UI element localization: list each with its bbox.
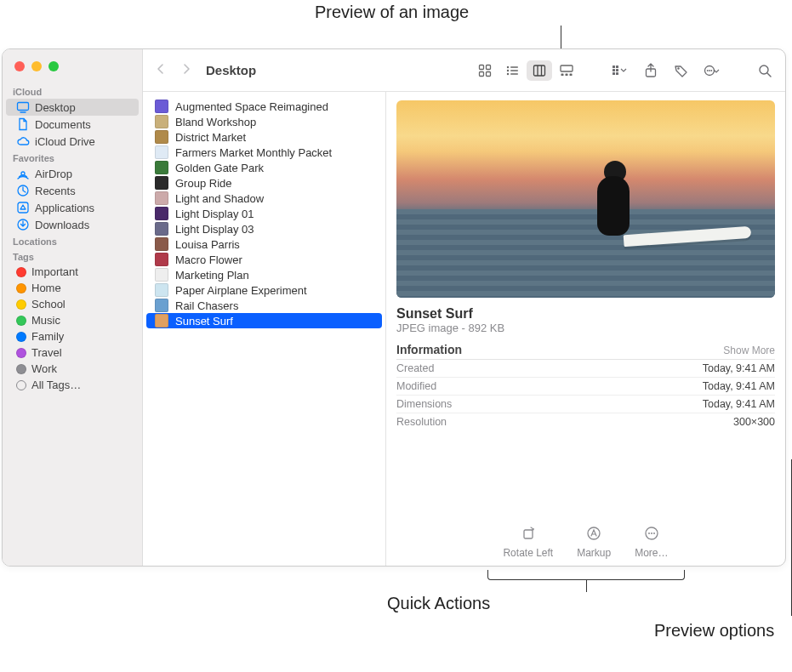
- sidebar-item[interactable]: iCloud Drive: [6, 133, 139, 150]
- sidebar-heading: Tags: [3, 248, 142, 264]
- sidebar-item-label: Downloads: [35, 219, 89, 231]
- quick-actions-row: Rotate LeftMarkupMore…: [396, 499, 775, 559]
- file-name-label: Paper Airplane Experiment: [175, 284, 307, 297]
- close-button[interactable]: [14, 61, 25, 71]
- info-value: Today, 9:41 AM: [703, 362, 775, 374]
- tag-dot-icon: [16, 283, 26, 293]
- sidebar-item[interactable]: Applications: [6, 199, 139, 216]
- sidebar-item-label: Home: [31, 282, 61, 294]
- info-value: 300×300: [733, 416, 775, 428]
- show-more-button[interactable]: Show More: [723, 345, 775, 356]
- quick-action-more[interactable]: More…: [635, 523, 668, 559]
- file-thumbnail-icon: [155, 237, 168, 251]
- file-row[interactable]: Farmers Market Monthly Packet: [146, 145, 382, 160]
- file-thumbnail-icon: [155, 268, 168, 282]
- sidebar-item-label: Important: [31, 265, 78, 278]
- svg-rect-13: [510, 70, 518, 71]
- svg-rect-27: [613, 72, 615, 75]
- file-row[interactable]: Macro Flower: [146, 252, 382, 267]
- file-name-label: Bland Workshop: [175, 116, 256, 128]
- file-row[interactable]: Light Display 01: [146, 206, 382, 221]
- quick-action-label: More…: [635, 547, 668, 559]
- sidebar-item[interactable]: AirDrop: [6, 165, 139, 182]
- file-row[interactable]: Augmented Space Reimagined: [146, 99, 382, 114]
- file-name-label: Macro Flower: [175, 253, 242, 266]
- file-row[interactable]: Light and Shadow: [146, 191, 382, 206]
- quick-action-markup[interactable]: Markup: [577, 523, 611, 559]
- sidebar-item-label: iCloud Drive: [35, 135, 95, 148]
- file-name-label: Light Display 01: [175, 208, 254, 220]
- sidebar-item[interactable]: Home: [6, 280, 139, 296]
- file-name-label: Augmented Space Reimagined: [175, 100, 328, 113]
- svg-rect-15: [510, 73, 518, 74]
- svg-rect-4: [18, 202, 28, 213]
- file-thumbnail-icon: [155, 161, 168, 174]
- sidebar-item[interactable]: Downloads: [6, 216, 139, 233]
- sidebar-item[interactable]: Recents: [6, 182, 139, 199]
- tags-button[interactable]: [669, 60, 693, 81]
- more-button[interactable]: [700, 60, 724, 81]
- file-thumbnail-icon: [155, 207, 168, 220]
- svg-point-35: [760, 65, 768, 74]
- sidebar-heading: iCloud: [3, 83, 142, 99]
- callout-quick-actions: Quick Actions: [387, 594, 490, 613]
- sidebar-item[interactable]: Travel: [6, 345, 139, 361]
- file-thumbnail-icon: [155, 299, 168, 312]
- airdrop-icon: [16, 167, 30, 180]
- breadcrumb-title: Desktop: [206, 63, 256, 77]
- view-columns-button[interactable]: [527, 60, 552, 81]
- sidebar-item-label: Documents: [35, 118, 91, 131]
- file-row[interactable]: Sunset Surf: [146, 313, 382, 328]
- file-row[interactable]: Marketing Plan: [146, 267, 382, 282]
- view-list-button[interactable]: [499, 60, 525, 81]
- search-button[interactable]: [753, 60, 777, 81]
- file-row[interactable]: Group Ride: [146, 175, 382, 191]
- sidebar-item[interactable]: Family: [6, 328, 139, 345]
- sidebar-item[interactable]: Desktop: [6, 99, 139, 116]
- sidebar-item-label: Travel: [31, 346, 62, 359]
- sidebar-item-label: Desktop: [35, 101, 76, 114]
- svg-rect-21: [566, 73, 568, 76]
- svg-rect-23: [613, 65, 615, 68]
- sidebar-item-label: Family: [31, 330, 64, 343]
- file-row[interactable]: Louisa Parris: [146, 236, 382, 252]
- file-row[interactable]: Light Display 03: [146, 221, 382, 236]
- file-row[interactable]: Rail Chasers: [146, 298, 382, 313]
- callout-bracket: [487, 570, 685, 580]
- share-button[interactable]: [639, 60, 663, 81]
- desktop-icon: [16, 100, 30, 114]
- info-row: ModifiedToday, 9:41 AM: [396, 378, 775, 396]
- view-gallery-button[interactable]: [554, 60, 579, 81]
- cloud-icon: [16, 134, 30, 148]
- svg-rect-8: [480, 71, 484, 76]
- sidebar-item[interactable]: Documents: [6, 116, 139, 133]
- sidebar-item[interactable]: All Tags…: [6, 377, 139, 393]
- minimize-button[interactable]: [31, 61, 42, 71]
- svg-rect-6: [480, 65, 484, 69]
- file-name-label: District Market: [175, 131, 246, 144]
- file-row[interactable]: Golden Gate Park: [146, 160, 382, 175]
- sidebar-item[interactable]: School: [6, 296, 139, 312]
- svg-rect-0: [18, 103, 29, 111]
- sidebar-item-label: Work: [31, 362, 57, 375]
- file-name-label: Light Display 03: [175, 223, 254, 236]
- view-icons-button[interactable]: [472, 60, 498, 81]
- sidebar-item[interactable]: Work: [6, 361, 139, 377]
- file-row[interactable]: Bland Workshop: [146, 114, 382, 129]
- back-button[interactable]: [151, 60, 170, 81]
- svg-rect-26: [616, 69, 618, 71]
- sidebar-item[interactable]: Music: [6, 312, 139, 328]
- file-name-label: Marketing Plan: [175, 269, 249, 282]
- group-button[interactable]: [608, 60, 632, 81]
- finder-window: iCloudDesktopDocumentsiCloud DriveFavori…: [2, 48, 786, 567]
- info-key: Created: [396, 362, 434, 374]
- forward-button[interactable]: [177, 60, 196, 81]
- sidebar-item[interactable]: Important: [6, 264, 139, 280]
- file-row[interactable]: Paper Airplane Experiment: [146, 282, 382, 298]
- quick-action-rotate[interactable]: Rotate Left: [503, 523, 553, 559]
- file-row[interactable]: District Market: [146, 129, 382, 145]
- file-name-label: Group Ride: [175, 177, 231, 190]
- svg-point-14: [507, 72, 509, 74]
- maximize-button[interactable]: [48, 61, 59, 71]
- clock-icon: [16, 184, 30, 197]
